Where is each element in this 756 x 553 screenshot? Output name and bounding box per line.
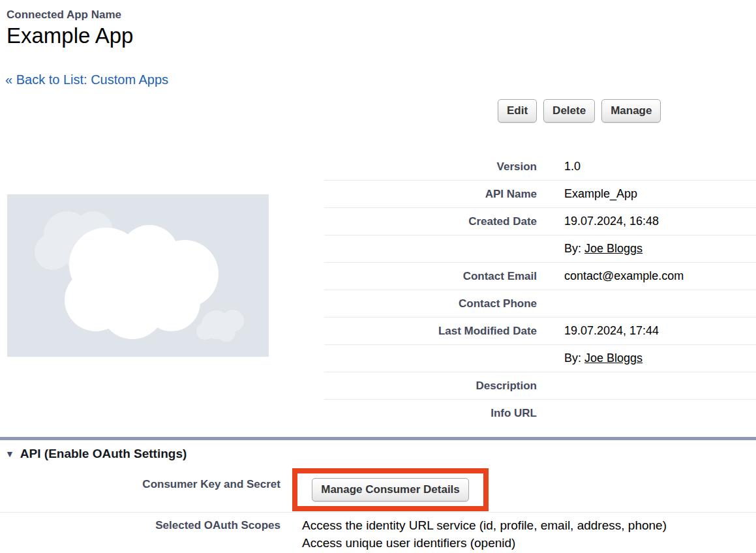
field-value: 19.07.2024, 17:44	[537, 324, 659, 338]
field-value: 19.07.2024, 16:48	[537, 215, 659, 228]
field-label: Contact Email	[324, 270, 537, 283]
created-by-user-link[interactable]: Joe Bloggs	[584, 242, 643, 255]
field-value: By: Joe Bloggs	[537, 242, 643, 256]
field-value: contact@example.com	[537, 269, 684, 283]
field-label: Last Modified Date	[324, 325, 537, 338]
oauth-scope-item: Access the identity URL service (id, pro…	[302, 516, 667, 534]
record-detail-table: Version 1.0 API Name Example_App Created…	[324, 153, 756, 426]
selected-oauth-scopes-label: Selected OAuth Scopes	[0, 519, 280, 532]
detail-row-contact-phone: Contact Phone	[324, 290, 756, 318]
detail-row-info-url: Info URL	[324, 400, 756, 426]
section-divider-bar	[0, 437, 756, 440]
field-label: Created Date	[324, 215, 537, 228]
field-label: Info URL	[324, 407, 537, 420]
manage-button[interactable]: Manage	[601, 99, 661, 123]
consumer-key-secret-label: Consumer Key and Secret	[0, 478, 280, 491]
detail-row-api-name: API Name Example_App	[324, 181, 756, 208]
field-value: Example_App	[537, 187, 637, 201]
detail-row-version: Version 1.0	[324, 153, 756, 181]
delete-button[interactable]: Delete	[543, 99, 595, 123]
entity-type-label: Connected App Name	[7, 8, 133, 22]
manage-consumer-details-button[interactable]: Manage Consumer Details	[312, 478, 469, 501]
field-value: 1.0	[537, 160, 581, 173]
page-title: Example App	[7, 23, 133, 48]
field-label: Description	[324, 380, 537, 393]
row-divider-line	[0, 512, 756, 513]
by-prefix: By:	[564, 242, 584, 255]
oauth-section-title: API (Enable OAuth Settings)	[20, 447, 187, 461]
red-highlight-annotation: Manage Consumer Details	[292, 468, 489, 511]
field-label: API Name	[324, 188, 537, 201]
detail-row-created-date: Created Date 19.07.2024, 16:48	[324, 208, 756, 235]
by-prefix: By:	[564, 351, 584, 365]
detail-row-contact-email: Contact Email contact@example.com	[324, 263, 756, 290]
oauth-scope-item: Access unique user identifiers (openid)	[302, 534, 667, 552]
modified-by-user-link[interactable]: Joe Bloggs	[584, 351, 643, 365]
collapse-triangle-icon[interactable]: ▼	[5, 449, 14, 459]
detail-row-last-modified-date: Last Modified Date 19.07.2024, 17:44	[324, 318, 756, 345]
app-logo-cloud-image	[7, 194, 269, 357]
detail-row-description: Description	[324, 372, 756, 400]
cloud-icon	[7, 194, 269, 357]
field-label: Version	[324, 160, 537, 173]
field-label: Contact Phone	[324, 297, 537, 310]
detail-row-created-by: By: Joe Bloggs	[324, 235, 756, 263]
detail-row-modified-by: By: Joe Bloggs	[324, 345, 756, 372]
oauth-scopes-list: Access the identity URL service (id, pro…	[302, 516, 667, 552]
oauth-section-heading: ▼ API (Enable OAuth Settings)	[5, 447, 187, 461]
record-toolbar: Edit Delete Manage	[498, 99, 661, 123]
edit-button[interactable]: Edit	[498, 99, 537, 123]
field-value: By: Joe Bloggs	[537, 351, 643, 365]
page-header: Connected App Name Example App	[7, 8, 133, 48]
back-to-list-link[interactable]: « Back to List: Custom Apps	[5, 72, 168, 87]
